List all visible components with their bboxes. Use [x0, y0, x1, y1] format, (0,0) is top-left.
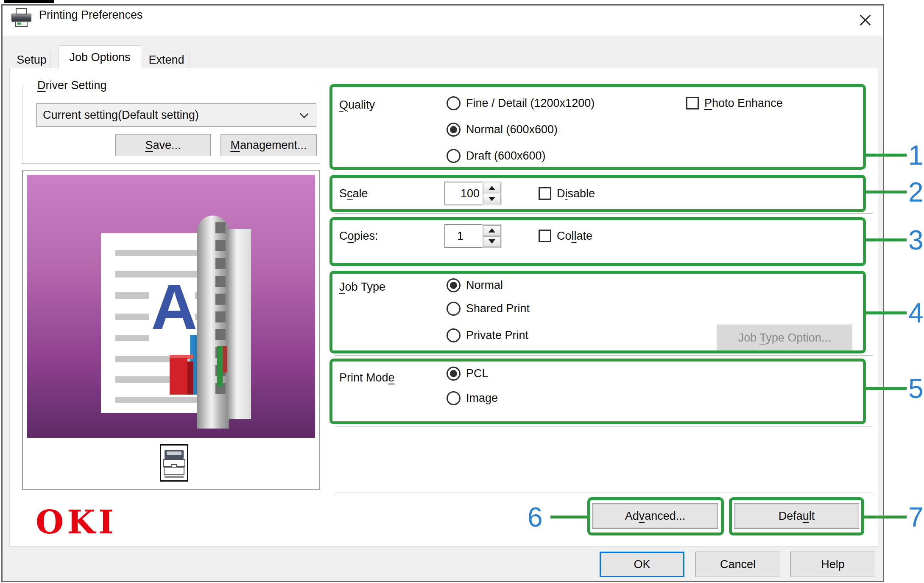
- annotation-number-1: 1: [908, 142, 924, 169]
- print-mode-image-row: Image: [447, 390, 498, 406]
- annotation-line-2: [864, 191, 907, 193]
- window-title: Printing Preferences: [39, 0, 143, 30]
- tab-setup[interactable]: Setup: [13, 51, 50, 68]
- annotation-number-2: 2: [908, 179, 924, 206]
- tab-extend-label: Extend: [148, 53, 184, 67]
- print-mode-pcl-row: PCL: [447, 365, 489, 381]
- screenshot-stage: Printing Preferences Setup Job Options E…: [0, 0, 924, 583]
- quality-fine-radio[interactable]: [447, 96, 461, 110]
- help-label: Help: [821, 558, 845, 571]
- disable-checkbox[interactable]: [539, 187, 551, 200]
- job-type-normal-row: Normal: [447, 277, 503, 293]
- job-type-shared-radio[interactable]: [447, 302, 461, 316]
- quality-draft-radio[interactable]: [447, 149, 461, 163]
- annotation-number-7: 7: [908, 504, 924, 531]
- scale-label: Scale: [339, 185, 368, 202]
- separator: [335, 426, 873, 426]
- chart-bar-red: [170, 358, 187, 395]
- cancel-label: Cancel: [720, 558, 756, 571]
- print-mode-image-radio[interactable]: [447, 391, 461, 405]
- annotation-line-5: [864, 387, 907, 390]
- job-type-option-button: Job Type Option...: [717, 325, 852, 351]
- photo-enhance-row: Photo Enhance: [686, 95, 783, 111]
- annotation-line-4: [864, 311, 907, 314]
- page-edge-graphic: [228, 229, 251, 419]
- annotation-line-3: [864, 238, 907, 241]
- annotation-number-6: 6: [528, 504, 543, 531]
- job-type-normal-label: Normal: [466, 279, 503, 292]
- quality-normal-radio[interactable]: [447, 123, 461, 137]
- annotation-number-3: 3: [908, 227, 924, 254]
- copies-input[interactable]: 1: [444, 224, 483, 248]
- collate-row: Collate: [539, 228, 592, 244]
- disable-row: Disable: [539, 185, 595, 202]
- separator: [335, 268, 873, 268]
- annotation-line-6: [550, 516, 589, 519]
- copies-spinner: [482, 224, 502, 248]
- quality-normal-label: Normal (600x600): [466, 123, 558, 136]
- job-type-private-label: Private Print: [466, 329, 528, 342]
- quality-fine-row: Fine / Detail (1200x1200): [447, 95, 595, 111]
- copies-spin-down-button[interactable]: [483, 236, 501, 247]
- quality-normal-row: Normal (600x600): [447, 121, 558, 137]
- help-button[interactable]: Help: [790, 552, 875, 577]
- preview-image: A: [27, 175, 315, 438]
- tab-setup-label: Setup: [17, 53, 47, 67]
- tab-extend[interactable]: Extend: [143, 51, 190, 68]
- quality-draft-label: Draft (600x600): [466, 149, 546, 163]
- chevron-down-icon: [300, 109, 309, 118]
- arrow-down-icon: [489, 197, 495, 201]
- print-mode-pcl-label: PCL: [466, 367, 489, 380]
- print-mode-image-label: Image: [466, 392, 498, 405]
- arrow-up-icon: [489, 186, 495, 190]
- annotation-line-7: [863, 516, 907, 519]
- save-button[interactable]: Save...: [115, 134, 211, 156]
- photo-enhance-checkbox[interactable]: [686, 97, 699, 109]
- default-button[interactable]: Default: [734, 503, 859, 529]
- advanced-button[interactable]: Advanced...: [592, 503, 718, 529]
- scale-spin-up-button[interactable]: [483, 183, 501, 193]
- ok-button[interactable]: OK: [600, 552, 684, 577]
- oki-logo: OKI: [36, 503, 117, 541]
- cancel-button[interactable]: Cancel: [695, 552, 780, 577]
- job-type-private-row: Private Print: [447, 327, 528, 343]
- job-type-shared-row: Shared Print: [447, 300, 530, 317]
- scale-spin-down-button[interactable]: [483, 194, 501, 204]
- quality-draft-row: Draft (600x600): [447, 148, 546, 164]
- arrow-down-icon: [489, 239, 495, 244]
- job-type-normal-radio[interactable]: [447, 278, 461, 292]
- annotation-line-1: [864, 154, 907, 157]
- print-mode-pcl-radio[interactable]: [447, 367, 461, 381]
- annotation-number-5: 5: [908, 375, 924, 402]
- driver-setting-dropdown-value: Current setting(Default setting): [43, 109, 199, 122]
- scale-spinner: [482, 182, 502, 205]
- driver-setting-dropdown[interactable]: Current setting(Default setting): [36, 103, 316, 127]
- scale-value: 100: [461, 187, 480, 200]
- letter-a-graphic: A: [151, 275, 198, 339]
- close-icon[interactable]: [855, 10, 875, 31]
- print-preview-panel: A: [22, 170, 320, 490]
- tab-job-options-label: Job Options: [69, 51, 130, 64]
- copies-spin-up-button[interactable]: [483, 225, 501, 235]
- print-mode-label: Print Mode: [339, 370, 395, 386]
- printer-thumbnail-icon: [160, 444, 188, 482]
- job-type-shared-label: Shared Print: [466, 302, 530, 315]
- separator: [335, 355, 873, 356]
- tab-job-options[interactable]: Job Options: [59, 45, 141, 69]
- quality-fine-label: Fine / Detail (1200x1200): [466, 97, 595, 110]
- annotation-number-4: 4: [908, 300, 924, 327]
- quality-label: Quality: [339, 97, 375, 113]
- printer-icon: [11, 8, 32, 28]
- ok-label: OK: [634, 558, 650, 571]
- job-type-private-radio[interactable]: [447, 328, 461, 342]
- job-type-label: Job Type: [339, 279, 385, 295]
- arrow-up-icon: [489, 228, 495, 233]
- driver-setting-label: Driver Setting: [34, 79, 110, 92]
- separator: [335, 213, 873, 214]
- scale-input[interactable]: 100: [444, 182, 483, 205]
- management-button[interactable]: Management...: [221, 134, 317, 156]
- copies-value: 1: [457, 230, 463, 243]
- collate-checkbox[interactable]: [539, 230, 551, 242]
- separator: [335, 172, 873, 172]
- separator: [335, 493, 873, 493]
